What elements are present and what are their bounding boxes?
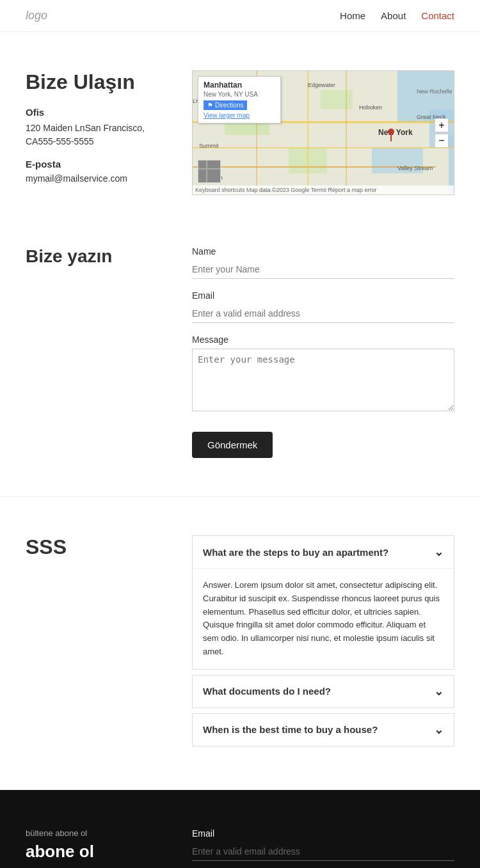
- write-left: Bize yazın: [26, 246, 166, 458]
- map-footer: Keyboard shortcuts Map data ©2023 Google…: [193, 185, 454, 194]
- write-title: Bize yazın: [26, 246, 166, 267]
- name-form-group: Name: [192, 246, 454, 279]
- svg-text:New York: New York: [378, 128, 413, 137]
- faq-left: SSS: [26, 535, 166, 752]
- navigation: Home About Contact: [340, 10, 454, 21]
- newsletter-section: bültene abone ol abone ol Email Gönderme…: [0, 790, 480, 868]
- svg-rect-28: [198, 168, 221, 170]
- faq-title: SSS: [26, 535, 166, 559]
- message-textarea[interactable]: [192, 349, 454, 411]
- faq-list: What are the steps to buy an apartment? …: [192, 535, 454, 752]
- email-label: E-posta: [26, 159, 166, 170]
- svg-text:Valley Stream: Valley Stream: [397, 165, 433, 171]
- faq-question-text-0: What are the steps to buy an apartment?: [203, 547, 388, 558]
- email-input[interactable]: [192, 304, 454, 323]
- contact-form-section: Bize yazın Name Email Message Göndermek: [0, 221, 480, 496]
- faq-question-text-2: When is the best time to buy a house?: [203, 724, 378, 735]
- svg-point-25: [388, 129, 394, 135]
- faq-section: SSS What are the steps to buy an apartme…: [0, 496, 480, 790]
- faq-question-text-1: What documents do I need?: [203, 686, 331, 697]
- map-zoom-out[interactable]: −: [435, 134, 449, 148]
- svg-rect-27: [198, 161, 221, 183]
- name-label: Name: [192, 246, 454, 256]
- email-form-group: Email: [192, 290, 454, 323]
- header: logo Home About Contact: [0, 0, 480, 32]
- name-input[interactable]: [192, 260, 454, 279]
- newsletter-left: bültene abone ol abone ol: [26, 828, 166, 862]
- map-zoom-in[interactable]: +: [435, 118, 449, 132]
- faq-question-0[interactable]: What are the steps to buy an apartment? …: [193, 536, 454, 568]
- directions-icon: ⚑: [207, 102, 213, 109]
- faq-item-1: What documents do I need? ⌄: [192, 675, 454, 708]
- contact-info-section: Bize Ulaşın Ofis 120 Maiden LnSan Franci…: [0, 32, 480, 221]
- contact-left: Bize Ulaşın Ofis 120 Maiden LnSan Franci…: [26, 70, 166, 195]
- faq-item-0: What are the steps to buy an apartment? …: [192, 535, 454, 670]
- map-container: Bloomfield New Rochelle Hoboken New York…: [192, 70, 454, 195]
- map-zoom-controls: + −: [435, 118, 449, 148]
- svg-text:Summit: Summit: [199, 143, 219, 149]
- map-info-box: Manhattan New York, NY USA ⚑ Directions …: [198, 76, 281, 123]
- directions-label: Directions: [215, 102, 243, 109]
- map-view-larger[interactable]: View larger map: [204, 112, 275, 119]
- office-address: 120 Maiden LnSan Francisco, CA555-555-55…: [26, 122, 166, 148]
- contact-title: Bize Ulaşın: [26, 70, 166, 94]
- svg-text:Edgewater: Edgewater: [308, 82, 335, 88]
- faq-chevron-1: ⌄: [434, 684, 444, 698]
- message-label: Message: [192, 335, 454, 345]
- faq-answer-0: Answer. Lorem ipsum dolor sit amet, cons…: [193, 568, 454, 669]
- message-form-group: Message: [192, 335, 454, 414]
- map-place-location: New York, NY USA: [204, 91, 275, 98]
- nav-contact[interactable]: Contact: [421, 10, 454, 21]
- map-thumbnail: [198, 160, 221, 183]
- nav-home[interactable]: Home: [340, 10, 365, 21]
- svg-rect-29: [206, 161, 207, 183]
- svg-rect-3: [449, 135, 454, 193]
- map-footer-text: Keyboard shortcuts Map data ©2023 Google…: [195, 187, 377, 193]
- newsletter-email-input[interactable]: [192, 842, 454, 861]
- newsletter-email-label: Email: [192, 828, 454, 839]
- email-field-label: Email: [192, 290, 454, 301]
- svg-text:Hoboken: Hoboken: [359, 104, 382, 111]
- faq-chevron-0: ⌄: [434, 545, 444, 559]
- nav-about[interactable]: About: [381, 10, 406, 21]
- logo: logo: [26, 9, 47, 22]
- contact-email: mymail@mailservice.com: [26, 173, 166, 184]
- thumbnail-svg: [198, 161, 221, 183]
- faq-question-2[interactable]: When is the best time to buy a house? ⌄: [193, 714, 454, 746]
- svg-rect-5: [321, 90, 353, 109]
- faq-question-1[interactable]: What documents do I need? ⌄: [193, 675, 454, 707]
- newsletter-pre-title: bültene abone ol: [26, 828, 166, 838]
- contact-form: Name Email Message Göndermek: [192, 246, 454, 458]
- svg-text:New Rochelle: New Rochelle: [417, 88, 452, 95]
- map-place-name: Manhattan: [204, 81, 275, 90]
- faq-chevron-2: ⌄: [434, 723, 444, 737]
- newsletter-right: Email Göndermek: [192, 828, 454, 868]
- map-directions-button[interactable]: ⚑ Directions: [204, 100, 247, 110]
- office-label: Ofis: [26, 107, 166, 118]
- submit-button[interactable]: Göndermek: [192, 432, 273, 458]
- newsletter-title: abone ol: [26, 842, 166, 862]
- faq-item-2: When is the best time to buy a house? ⌄: [192, 713, 454, 746]
